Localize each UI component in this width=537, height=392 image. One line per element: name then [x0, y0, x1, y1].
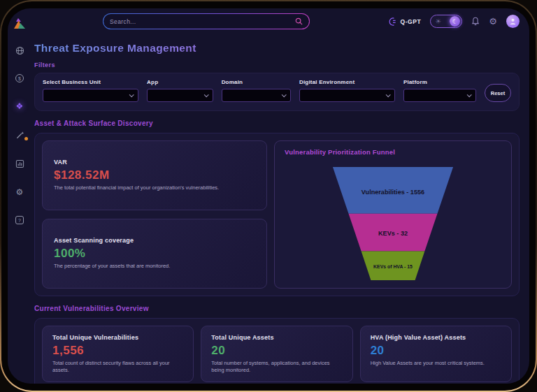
moon-icon: ☾ [450, 16, 460, 27]
discovery-panel: VAR $128.52M The total potential financi… [34, 133, 520, 296]
gear-icon[interactable]: ⚙ [15, 187, 24, 197]
domain-select[interactable] [222, 89, 291, 102]
chevron-down-icon [203, 92, 208, 97]
app-logo-icon [12, 17, 27, 31]
main-content: Threat Exposure Management Filters Selec… [31, 34, 529, 384]
filter-label: Digital Environment [299, 79, 395, 85]
filter-domain: Domain [222, 79, 291, 102]
settings-gear-icon[interactable]: ⚙ [489, 17, 497, 26]
bell-icon[interactable] [471, 17, 480, 26]
funnel-label-kevs-hva: KEVs of HVA - 15 [373, 264, 413, 269]
var-description: The total potential financial impact of … [54, 184, 255, 191]
filter-digital-environment: Digital Environment [299, 79, 395, 102]
filter-label: App [147, 79, 213, 85]
layers-icon[interactable]: ❖ [15, 101, 24, 111]
asset-scanning-value: 100% [54, 247, 255, 261]
funnel-title: Vulnerability Prioritization Funnel [285, 148, 501, 156]
hva-assets-label: HVA (High Value Asset) Assets [371, 334, 501, 341]
funnel-chart: Vulnerabilities - 1556 KEVs - 32 KEVs of… [332, 167, 454, 280]
chart-panel-icon[interactable] [15, 159, 24, 168]
total-assets-description: Total number of systems, applications, a… [211, 360, 342, 374]
hva-assets-description: High Value Assets are your most critical… [371, 360, 501, 367]
app-screen: Q-GPT ☀ ☾ ⚙ [8, 8, 529, 384]
search-bar [103, 13, 310, 29]
tablet-frame: Q-GPT ☀ ☾ ⚙ [0, 0, 537, 392]
app-select[interactable] [147, 89, 213, 102]
filter-label: Platform [403, 79, 476, 85]
filter-business-unit: Select Business Unit [43, 79, 138, 102]
business-unit-select[interactable] [43, 89, 138, 102]
funnel-card: Vulnerability Prioritization Funnel Vuln… [274, 140, 512, 289]
top-bar: Q-GPT ☀ ☾ ⚙ [8, 8, 529, 34]
magic-wand-icon[interactable] [15, 130, 24, 140]
funnel-label-kevs: KEVs - 32 [378, 230, 408, 237]
chevron-down-icon [129, 92, 134, 97]
qgpt-label: Q-GPT [400, 18, 421, 25]
funnel-label-vulnerabilities: Vulnerabilities - 1556 [361, 189, 424, 196]
total-assets-value: 20 [211, 344, 342, 358]
filters-section-label: Filters [34, 61, 520, 68]
asset-scanning-label: Asset Scanning coverage [54, 237, 255, 244]
total-vulnerabilities-label: Total Unique Vulnerabilities [52, 334, 183, 341]
qgpt-bot-icon [389, 17, 397, 26]
total-vulnerabilities-description: Total count of distinct security flaws a… [52, 360, 183, 374]
dark-mode-toggle[interactable]: ☀ ☾ [430, 15, 462, 28]
filter-label: Domain [222, 79, 291, 85]
var-value: $128.52M [54, 168, 255, 182]
sun-icon: ☀ [435, 18, 441, 25]
asset-scanning-description: The percentage of your assets that are m… [54, 263, 255, 270]
total-assets-label: Total Unique Assets [211, 334, 342, 341]
chevron-down-icon [282, 92, 287, 97]
filters-panel: Select Business Unit App Domain Digital … [34, 73, 520, 111]
var-label: VAR [54, 159, 255, 166]
overview-section-title: Current Vulnerabilities Overview [34, 305, 520, 312]
var-card: VAR $128.52M The total potential financi… [42, 140, 267, 210]
platform-select[interactable] [403, 89, 476, 102]
discovery-section-title: Asset & Attack Surface Discovery [34, 119, 520, 127]
discovery-stats-column: VAR $128.52M The total potential financi… [42, 140, 267, 289]
globe-icon[interactable] [15, 45, 24, 55]
overview-panel: Total Unique Vulnerabilities 1,556 Total… [34, 318, 520, 384]
topbar-actions: Q-GPT ☀ ☾ ⚙ [389, 15, 520, 28]
tablet-bezel: Q-GPT ☀ ☾ ⚙ [1, 1, 536, 391]
chevron-down-icon [386, 92, 391, 97]
reset-button[interactable]: Reset [485, 84, 511, 102]
search-input[interactable] [110, 18, 295, 25]
filter-app: App [147, 79, 213, 102]
sidebar-nav: $ ❖ ⚙ ? [8, 34, 31, 384]
search-icon[interactable] [295, 17, 303, 25]
help-icon[interactable]: ? [15, 216, 24, 224]
hva-assets-value: 20 [371, 344, 501, 358]
dollar-coin-icon[interactable]: $ [15, 74, 24, 82]
hva-assets-card: HVA (High Value Asset) Assets 20 High Va… [360, 326, 512, 382]
chevron-down-icon [467, 92, 472, 97]
notification-dot [24, 137, 28, 140]
filter-label: Select Business Unit [43, 79, 138, 85]
total-assets-card: Total Unique Assets 20 Total number of s… [201, 326, 352, 382]
user-avatar[interactable] [506, 15, 520, 28]
page-title: Threat Exposure Management [34, 42, 520, 55]
person-icon [509, 17, 517, 25]
total-vulnerabilities-value: 1,556 [52, 344, 183, 358]
asset-scanning-card: Asset Scanning coverage 100% The percent… [42, 219, 267, 289]
digital-environment-select[interactable] [299, 89, 395, 102]
total-vulnerabilities-card: Total Unique Vulnerabilities 1,556 Total… [42, 326, 194, 382]
filter-platform: Platform [403, 79, 476, 102]
qgpt-button[interactable]: Q-GPT [389, 17, 421, 26]
